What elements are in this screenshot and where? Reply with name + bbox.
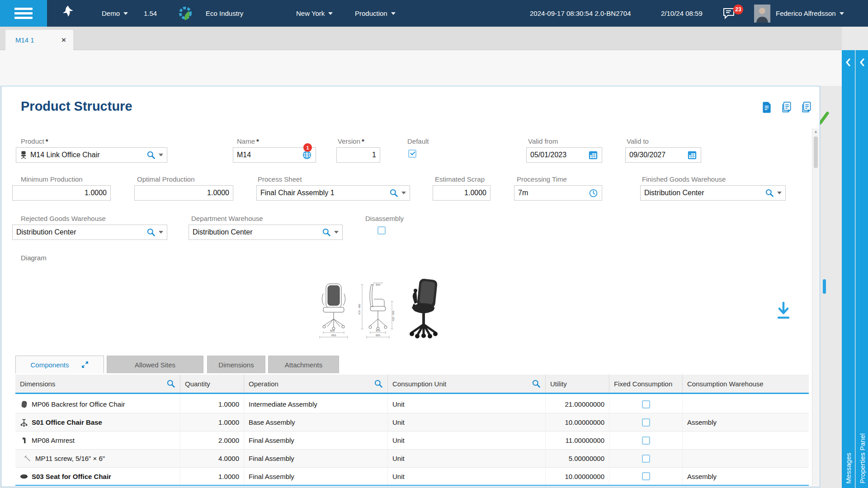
table-row[interactable]: S03 Seat for Office Chair 1.0000 Final A… xyxy=(15,468,809,486)
table-row[interactable]: MP08 Armrest 2.0000 Final Assembly Unit … xyxy=(15,432,809,450)
components-table-header: Dimensions Quantity Operation Consumptio… xyxy=(15,375,809,394)
copy-document-button[interactable] xyxy=(781,101,793,114)
rejected-goods-warehouse-field[interactable]: Distribution Center xyxy=(12,225,167,240)
user-menu[interactable]: Federico Alfredsson xyxy=(776,0,844,27)
valid-to-field[interactable]: 09/30/2027 xyxy=(625,147,701,163)
tab-dimensions[interactable]: Dimensions xyxy=(207,356,265,373)
disassembly-checkbox[interactable] xyxy=(377,226,386,235)
estimated-scrap-field[interactable]: 1.0000 xyxy=(433,185,491,201)
consumption-unit-cell: Unit xyxy=(388,395,546,413)
quantity-cell: 4.0000 xyxy=(180,450,244,467)
column-header-consumption-warehouse[interactable]: Consumption Warehouse xyxy=(683,375,809,393)
document-tab[interactable]: M14 1 × xyxy=(5,30,73,50)
column-header-dimensions[interactable]: Dimensions xyxy=(15,375,180,393)
svg-text:470: 470 xyxy=(376,329,381,332)
scroll-up-arrow[interactable]: ▲ xyxy=(814,129,818,134)
chair-base-icon xyxy=(20,418,28,427)
user-avatar[interactable] xyxy=(754,5,770,23)
table-row[interactable]: S01 Office Chair Base 1.0000 Base Assemb… xyxy=(15,413,809,432)
department-warehouse-field[interactable]: Distribution Center xyxy=(189,225,343,240)
view-document-button[interactable] xyxy=(761,101,773,114)
chevron-down-icon[interactable] xyxy=(159,231,163,234)
consumption-warehouse-cell: Assembly xyxy=(683,468,809,485)
tab-allowed-sites[interactable]: Allowed Sites xyxy=(107,356,203,373)
process-sheet-field[interactable]: Final Chair Assembly 1 xyxy=(256,185,410,201)
column-header-quantity[interactable]: Quantity xyxy=(180,375,244,393)
tab-components-label: Components xyxy=(30,361,69,369)
page-scrollbar-thumb[interactable] xyxy=(823,279,826,294)
quantity-cell: 1.0000 xyxy=(180,395,244,413)
site-dropdown[interactable]: New York xyxy=(296,0,333,27)
fixed-consumption-checkbox[interactable] xyxy=(642,472,650,480)
product-structure-card: Product Structure Product* M14 Link Offi… xyxy=(1,86,820,487)
scrollbar-thumb[interactable] xyxy=(814,136,818,168)
fixed-consumption-checkbox[interactable] xyxy=(642,455,650,463)
search-icon[interactable] xyxy=(166,379,175,388)
consumption-warehouse-cell xyxy=(683,395,809,413)
expand-icon[interactable] xyxy=(81,361,89,369)
product-label: Product xyxy=(21,137,44,145)
tab-attachments[interactable]: Attachments xyxy=(268,356,339,373)
column-header-operation[interactable]: Operation xyxy=(244,375,388,393)
download-diagram-button[interactable] xyxy=(775,301,792,320)
search-icon[interactable] xyxy=(146,228,156,237)
close-icon[interactable]: × xyxy=(61,36,66,44)
utility-cell: 10.00000000 xyxy=(546,413,609,431)
chevron-left-icon[interactable] xyxy=(845,58,851,66)
calendar-icon[interactable] xyxy=(588,150,598,160)
product-field[interactable]: M14 Link Office Chair xyxy=(16,147,167,163)
chevron-down-icon[interactable] xyxy=(401,192,406,194)
chevron-down-icon[interactable] xyxy=(334,231,339,234)
quantity-cell: 2.0000 xyxy=(180,432,244,449)
messages-panel-strip[interactable]: Messages xyxy=(842,50,855,488)
operation-cell: Final Assembly xyxy=(244,468,388,485)
default-checkbox[interactable] xyxy=(408,150,416,158)
search-icon[interactable] xyxy=(532,379,541,388)
finished-goods-warehouse-field[interactable]: Distribution Center xyxy=(640,185,786,201)
disassembly-label: Disassembly xyxy=(365,215,404,222)
fixed-consumption-checkbox[interactable] xyxy=(642,400,650,408)
search-icon[interactable] xyxy=(389,188,398,197)
properties-panel-label[interactable]: Properties Panel xyxy=(859,433,866,483)
chevron-down-icon xyxy=(328,12,333,15)
optimal-production-field[interactable]: 1.0000 xyxy=(134,185,233,201)
hamburger-menu-button[interactable] xyxy=(0,0,47,27)
processing-time-field[interactable]: 7m xyxy=(514,185,602,201)
column-header-utility[interactable]: Utility xyxy=(546,375,609,393)
table-row[interactable]: MP06 Backrest for Office Chair 1.0000 In… xyxy=(15,395,809,413)
chevron-down-icon xyxy=(840,12,844,15)
operation-cell: Final Assembly xyxy=(244,432,388,449)
column-header-consumption-unit[interactable]: Consumption Unit xyxy=(388,375,546,393)
calendar-icon[interactable] xyxy=(687,150,697,160)
search-icon[interactable] xyxy=(765,188,774,197)
screw-icon xyxy=(24,455,32,463)
version-field[interactable]: 1 xyxy=(336,147,380,163)
module-dropdown[interactable]: Production xyxy=(355,0,396,27)
search-icon[interactable] xyxy=(322,228,331,237)
tab-components[interactable]: Components xyxy=(15,356,104,373)
messages-button[interactable] xyxy=(722,0,737,27)
properties-panel-strip[interactable]: Properties Panel xyxy=(855,50,868,488)
column-header-fixed-consumption[interactable]: Fixed Consumption xyxy=(609,375,683,393)
bird-icon xyxy=(60,5,79,23)
fixed-consumption-checkbox[interactable] xyxy=(642,418,650,427)
clock-icon[interactable] xyxy=(589,188,598,198)
chevron-left-icon[interactable] xyxy=(859,58,865,66)
rejected-goods-warehouse-label: Rejected Goods Warehouse xyxy=(21,215,106,222)
messages-panel-label[interactable]: Messages xyxy=(844,453,852,483)
chevron-down-icon[interactable] xyxy=(159,154,163,156)
current-datetime: 2/10/24 08:59 xyxy=(661,0,703,27)
consumption-unit-cell: Unit xyxy=(388,432,546,449)
valid-from-field[interactable]: 05/01/2023 xyxy=(526,147,602,163)
search-icon[interactable] xyxy=(374,379,383,388)
chevron-down-icon[interactable] xyxy=(777,192,782,194)
card-scrollbar[interactable]: ▲ xyxy=(812,128,819,486)
environment-dropdown[interactable]: Demo xyxy=(102,0,128,27)
duplicate-document-button[interactable] xyxy=(801,101,812,114)
search-icon[interactable] xyxy=(146,150,156,160)
fixed-consumption-checkbox[interactable] xyxy=(642,436,650,445)
document-tab-label: M14 1 xyxy=(15,36,34,44)
site-label: New York xyxy=(296,9,325,17)
table-row[interactable]: MP11 screw, 5/16" × 6" 4.0000 Final Asse… xyxy=(15,450,809,468)
minimum-production-field[interactable]: 1.0000 xyxy=(12,185,111,201)
